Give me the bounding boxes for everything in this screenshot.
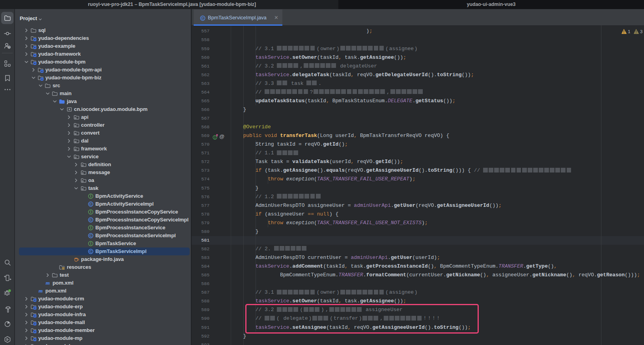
svg-text:C: C (89, 218, 92, 222)
svg-text:m: m (46, 280, 50, 286)
svg-text:I: I (90, 194, 91, 198)
svg-text:3: 3 (640, 29, 642, 34)
svg-text:I: I (215, 136, 216, 139)
svg-text:C: C (89, 202, 92, 206)
svg-text:m: m (39, 288, 43, 294)
svg-text:?: ? (8, 46, 10, 49)
svg-text:C: C (89, 249, 92, 253)
svg-text:I: I (90, 226, 91, 230)
svg-text:1: 1 (628, 29, 630, 34)
svg-text:C: C (202, 16, 204, 20)
svg-text:I: I (90, 242, 91, 246)
svg-text:I: I (90, 210, 91, 214)
svg-text:C: C (89, 234, 92, 238)
